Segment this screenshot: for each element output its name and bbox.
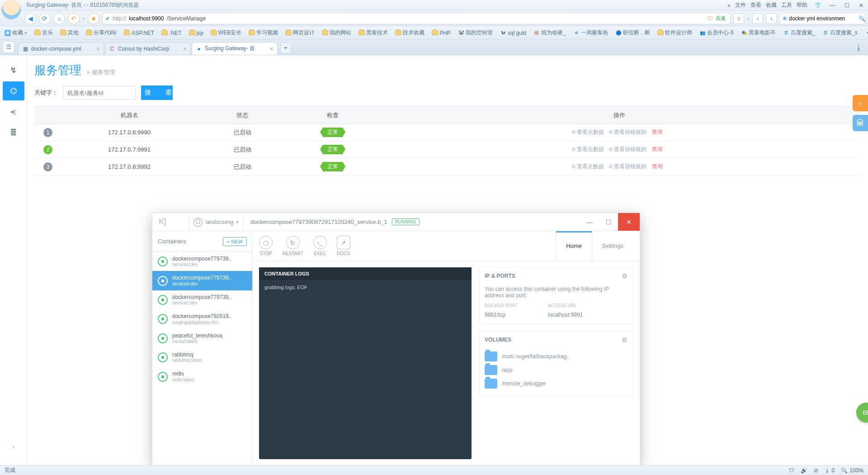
stop-button[interactable]: ▢STOP	[259, 236, 273, 256]
float-tab-library[interactable]: 🏛	[853, 115, 868, 131]
menu-file[interactable]: 文件	[735, 1, 746, 9]
bookmark-item[interactable]: ✦vi	[863, 29, 868, 37]
bookmark-item[interactable]: 我的网站	[320, 28, 353, 38]
search-engine-box[interactable]: ❄ 🔍	[779, 13, 865, 24]
bookmark-item[interactable]: 纸纸为啥硬_	[532, 28, 568, 38]
bookmark-item[interactable]: PHP	[430, 29, 453, 37]
bookmark-item[interactable]: 学习视频	[247, 28, 280, 38]
container-item[interactable]: dockercompose779739..servicec:dev	[152, 290, 252, 309]
maximize-icon[interactable]: ☐	[843, 2, 851, 9]
bookmark-item[interactable]: 掌百度搜索_s	[821, 28, 859, 38]
sb-downloads[interactable]: ⭳ 0	[825, 467, 835, 474]
keyword-input[interactable]	[63, 86, 136, 100]
menu-more-icon[interactable]: »	[727, 2, 731, 9]
volume-row[interactable]: /app	[485, 363, 627, 377]
tab-close-icon[interactable]: ×	[96, 45, 100, 52]
op-view-meta[interactable]: 查看元数据	[571, 146, 604, 152]
browser-tab[interactable]: ●Surging Gateway- 首×	[192, 42, 278, 55]
skin-icon[interactable]: 👕	[814, 2, 822, 9]
bookmark-item[interactable]: .NET	[160, 29, 183, 37]
sb-shield-icon[interactable]: 🛡	[789, 467, 794, 474]
bookmark-item[interactable]: 分享代码/	[84, 28, 118, 38]
shield-icon[interactable]: 🛡	[708, 15, 713, 22]
volume-row[interactable]: /remote_debugger	[485, 377, 627, 390]
tab-close-icon[interactable]: ×	[270, 45, 274, 52]
back-button[interactable]: ◀	[24, 13, 36, 24]
home-button[interactable]: ⌂	[53, 13, 65, 24]
gear-icon[interactable]: ⚙	[622, 336, 627, 343]
minimize-icon[interactable]: —	[828, 2, 836, 9]
op-disable[interactable]: 禁用	[651, 163, 663, 170]
bookmark-item[interactable]: 🔵听弦断，断	[613, 28, 652, 38]
bookmark-item[interactable]: 掌百度搜索_	[781, 28, 817, 38]
container-item[interactable]: dockercompose779739..serviceb:dev	[152, 271, 252, 290]
sb-block-icon[interactable]: ⊘	[814, 467, 818, 474]
tabs-menu-button[interactable]: ☰	[3, 41, 14, 53]
docs-button[interactable]: ↗DOCS	[337, 236, 350, 256]
bookmark-item[interactable]: 🐿sql guid	[498, 29, 528, 37]
container-item[interactable]: peaceful_tereshkovaconsul:latest	[152, 329, 252, 348]
search-engine-input[interactable]	[789, 15, 857, 22]
search-button[interactable]: 搜 索	[141, 86, 173, 100]
bookmark-item[interactable]: ✚收藏▾	[3, 28, 29, 38]
container-item[interactable]: rabbitmqrabbitmq:latest	[152, 348, 252, 367]
op-view-meta[interactable]: 查看元数据	[571, 163, 604, 170]
exec-button[interactable]: ›_EXEC	[313, 236, 327, 256]
undo-button[interactable]: ↶	[68, 13, 80, 24]
tab-home[interactable]: Home	[556, 231, 592, 261]
menu-help[interactable]: 帮助	[797, 1, 807, 9]
sidenav-expand-button[interactable]: ›	[3, 437, 24, 456]
kite-minimize-button[interactable]: —	[580, 213, 599, 231]
refresh-button[interactable]: ⟳	[39, 13, 51, 24]
op-view-fault[interactable]: 查看容错规则	[609, 129, 646, 135]
bookmark-item[interactable]: 🐼我的空间管	[456, 28, 495, 38]
restart-button[interactable]: ↻RESTART	[283, 236, 303, 256]
new-tab-button[interactable]: +	[280, 43, 291, 53]
bookmark-item[interactable]: 其他	[58, 28, 80, 38]
sb-zoom[interactable]: 🔍 100%	[841, 467, 863, 474]
downloads-icon[interactable]: ⭳	[855, 44, 865, 52]
bookmark-item[interactable]: ❄一周极客热	[571, 28, 610, 38]
bookmark-item[interactable]: WEB安全	[209, 28, 243, 38]
kitematic-user[interactable]: landonzeng ▾	[189, 213, 243, 231]
container-item[interactable]: dockercompose792619..surgingapigateway:d…	[152, 309, 252, 328]
op-disable[interactable]: 禁用	[651, 146, 663, 152]
browser-tab[interactable]: CConsul by HashiCorp×	[105, 42, 191, 55]
op-view-fault[interactable]: 查看容错规则	[609, 163, 646, 170]
search-go-icon[interactable]: 🔍	[859, 15, 865, 22]
bookmark-item[interactable]: 音乐	[33, 28, 55, 38]
gear-icon[interactable]: ⚙	[622, 272, 627, 280]
tab-settings[interactable]: Settings	[592, 231, 633, 261]
kite-close-button[interactable]: ✕	[618, 213, 640, 231]
float-tab-notice[interactable]: ›	[853, 95, 868, 111]
sb-sound-icon[interactable]: 🔊	[801, 467, 807, 474]
sidenav-item-share[interactable]: ⪪	[3, 102, 24, 121]
nav-prev-button[interactable]: ‹	[752, 13, 763, 24]
close-icon[interactable]: ✕	[857, 2, 865, 9]
star-button[interactable]: ★	[88, 13, 99, 24]
bookmark-item[interactable]: 软件设计师	[656, 28, 694, 38]
bookmark-item[interactable]: 👥会员中心-5	[698, 28, 736, 38]
profile-avatar[interactable]	[2, 0, 21, 19]
nav-next-button[interactable]: ›	[766, 13, 777, 24]
sidenav-item-list[interactable]: ≣	[3, 123, 24, 142]
bookmark-item[interactable]: ASP.NET	[122, 29, 156, 37]
menu-view[interactable]: 查看	[750, 1, 761, 9]
sidenav-item-topology[interactable]: ⌬	[3, 81, 24, 100]
bookmark-item[interactable]: 黑客技术	[357, 28, 390, 38]
fav-star-button[interactable]: ☆	[733, 13, 744, 24]
new-container-button[interactable]: + NEW	[223, 237, 247, 246]
sidenav-item-link[interactable]: ↯	[3, 61, 24, 80]
bookmark-item[interactable]: 技术收藏	[393, 28, 426, 38]
menu-fav[interactable]: 收藏	[766, 1, 777, 9]
kite-maximize-button[interactable]: ☐	[599, 213, 618, 231]
url-bar[interactable]: ✔ http:// localhost:9900 /ServiceManage …	[102, 13, 731, 24]
menu-tools[interactable]: 工具	[781, 1, 792, 9]
bookmark-item[interactable]: jsp	[187, 29, 205, 37]
bookmark-item[interactable]: 网页设计	[283, 28, 316, 38]
tab-close-icon[interactable]: ×	[183, 45, 187, 52]
access-url[interactable]: localhost:9991	[548, 312, 583, 318]
container-item[interactable]: dockercompose779739..servicea:dev	[152, 252, 252, 271]
op-view-fault[interactable]: 查看容错规则	[609, 146, 646, 152]
container-item[interactable]: redisredis:latest	[152, 367, 252, 386]
